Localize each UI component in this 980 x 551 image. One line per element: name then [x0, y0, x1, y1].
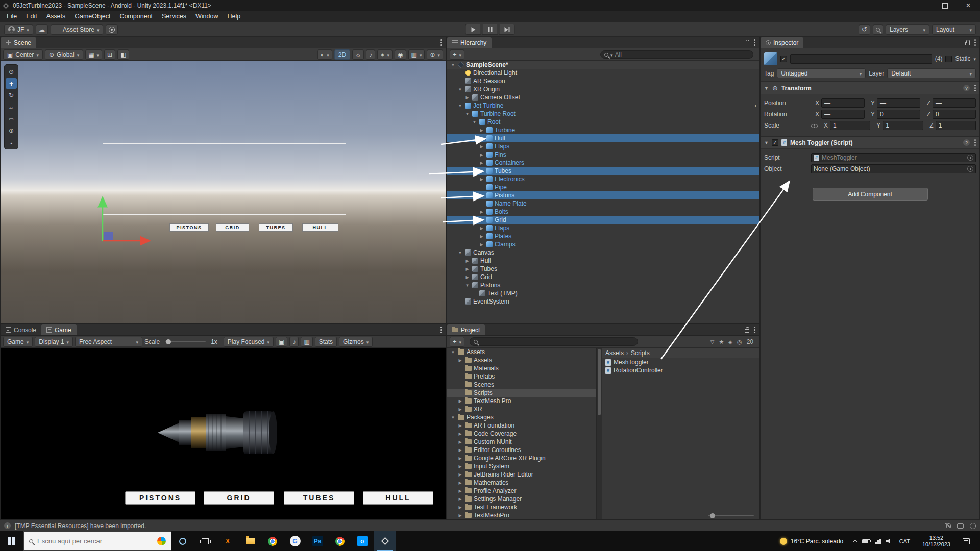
- hierarchy-item[interactable]: ▶ Flaps: [447, 142, 759, 151]
- vscode-icon[interactable]: ‹›: [351, 531, 374, 551]
- hierarchy-item[interactable]: ▼ Jet Turbine: [447, 102, 759, 110]
- expand-arrow-icon[interactable]: ▼: [457, 251, 463, 255]
- project-folder[interactable]: ▶ Assets: [447, 356, 596, 364]
- step-button[interactable]: [499, 24, 515, 35]
- hierarchy-item[interactable]: Text (TMP): [447, 289, 759, 297]
- play-button[interactable]: [465, 24, 481, 35]
- menu-item[interactable]: Component: [115, 11, 157, 22]
- move-gizmo[interactable]: [77, 183, 164, 249]
- position-y-field[interactable]: —: [877, 98, 920, 108]
- hierarchy-item[interactable]: Pipe: [447, 183, 759, 191]
- hierarchy-item[interactable]: ▶ Fins: [447, 151, 759, 159]
- expand-arrow-icon[interactable]: ▶: [457, 464, 463, 469]
- project-folder[interactable]: ▶ JetBrains Rider Editor: [447, 470, 596, 479]
- file-explorer-icon[interactable]: [239, 531, 261, 551]
- hierarchy-item[interactable]: ▼ Root: [447, 118, 759, 126]
- vsync-button[interactable]: [301, 337, 312, 347]
- expand-arrow-icon[interactable]: ▶: [457, 497, 463, 502]
- tag-dropdown[interactable]: Untagged: [777, 68, 866, 78]
- expand-arrow-icon[interactable]: ▶: [479, 177, 484, 182]
- menu-item[interactable]: Services: [157, 11, 191, 22]
- expand-arrow-icon[interactable]: ▼: [450, 350, 456, 355]
- menu-item[interactable]: Edit: [21, 11, 42, 22]
- expand-arrow-icon[interactable]: ▶: [457, 399, 463, 404]
- expand-arrow-icon[interactable]: ▶: [457, 505, 463, 510]
- expand-arrow-icon[interactable]: ▶: [464, 95, 470, 100]
- scene-visibility-button[interactable]: [395, 49, 406, 60]
- hierarchy-item[interactable]: ▶ Camera Offset: [447, 93, 759, 102]
- tab-project[interactable]: Project: [447, 324, 485, 335]
- menu-item[interactable]: Help: [223, 11, 245, 22]
- task-view-icon[interactable]: [194, 531, 216, 551]
- position-z-field[interactable]: —: [933, 98, 976, 108]
- play-focused-dropdown[interactable]: Play Focused: [224, 337, 274, 347]
- RotationController-icon[interactable]: RotationController: [602, 366, 759, 374]
- game-ui-button[interactable]: PISTONS: [125, 491, 195, 505]
- expand-arrow-icon[interactable]: ▶: [479, 226, 484, 231]
- lock-icon[interactable]: [745, 42, 749, 45]
- gizmos-dropdown[interactable]: Gizmos: [339, 337, 373, 347]
- prefab-open-arrow-icon[interactable]: [754, 103, 756, 108]
- game-ui-button[interactable]: GRID: [204, 491, 274, 505]
- status-message[interactable]: [TMP Essential Resources] have been impo…: [15, 522, 146, 530]
- camera-settings-dropdown[interactable]: [408, 49, 425, 60]
- hierarchy-item[interactable]: ▶ Tubes: [447, 167, 759, 175]
- lock-icon[interactable]: [745, 329, 749, 333]
- network-icon[interactable]: [875, 539, 881, 544]
- expand-arrow-icon[interactable]: ▶: [457, 448, 463, 453]
- rotation-y-field[interactable]: 0: [877, 110, 920, 119]
- panel-menu-icon[interactable]: [754, 42, 755, 43]
- hierarchy-item[interactable]: ▶ Plates: [447, 232, 759, 240]
- rotation-x-field[interactable]: —: [821, 110, 865, 119]
- expand-arrow-icon[interactable]: ▶: [457, 489, 463, 493]
- expand-arrow-icon[interactable]: ▶: [479, 153, 484, 157]
- expand-arrow-icon[interactable]: ▶: [457, 513, 463, 518]
- scale-y-field[interactable]: 1: [883, 121, 923, 130]
- expand-arrow-icon[interactable]: ▶: [457, 481, 463, 485]
- tab-inspector[interactable]: Inspector: [761, 37, 803, 48]
- project-folder[interactable]: ▶ TextMesh Pro: [447, 397, 596, 405]
- project-folder[interactable]: ▶ Google ARCore XR Plugin: [447, 454, 596, 462]
- project-folder[interactable]: ▶ XR: [447, 405, 596, 413]
- MeshToggler-icon[interactable]: MeshToggler: [602, 358, 759, 366]
- expand-arrow-icon[interactable]: ▶: [457, 472, 463, 477]
- project-search-input[interactable]: [470, 337, 638, 346]
- toggle-2d-button[interactable]: 2D: [334, 49, 350, 60]
- object-picker-icon[interactable]: [967, 155, 973, 161]
- breadcrumb-current[interactable]: Scripts: [631, 349, 650, 357]
- game-ui-button[interactable]: HULL: [363, 491, 433, 505]
- object-picker-icon[interactable]: [967, 166, 973, 172]
- expand-arrow-icon[interactable]: ▼: [450, 63, 456, 67]
- project-folder[interactable]: Prefabs: [447, 372, 596, 381]
- display-dropdown[interactable]: Display 1: [35, 337, 73, 347]
- constrain-proportions-icon[interactable]: [811, 122, 818, 129]
- component-menu-icon[interactable]: [974, 142, 976, 143]
- menu-item[interactable]: File: [2, 11, 21, 22]
- transform-tool-button[interactable]: [6, 125, 17, 136]
- rotation-z-field[interactable]: 0: [933, 110, 976, 119]
- expand-arrow-icon[interactable]: ▶: [457, 407, 463, 412]
- tab-game[interactable]: Game: [41, 324, 77, 335]
- scene-lighting-button[interactable]: [352, 49, 364, 60]
- expand-arrow-icon[interactable]: ▼: [450, 415, 456, 420]
- account-dropdown[interactable]: JF: [4, 24, 33, 35]
- panel-menu-icon[interactable]: [974, 42, 976, 43]
- hierarchy-item[interactable]: ▶ Turbine: [447, 126, 759, 134]
- hierarchy-item[interactable]: ▼ Turbine Root: [447, 110, 759, 118]
- photoshop-icon[interactable]: Ps: [306, 531, 329, 551]
- weather-widget[interactable]: 16°C Parc. soleado: [774, 538, 850, 545]
- expand-arrow-icon[interactable]: ▶: [457, 423, 463, 428]
- hierarchy-item[interactable]: ▶ Clamps: [447, 240, 759, 248]
- app-orange-x-icon[interactable]: X: [216, 531, 239, 551]
- taskbar-search[interactable]: [23, 531, 172, 551]
- project-folder[interactable]: ▶ Test Framework: [447, 503, 596, 511]
- component-menu-icon[interactable]: [974, 87, 976, 89]
- tray-expand-icon[interactable]: [853, 539, 858, 544]
- menu-item[interactable]: Window: [191, 11, 223, 22]
- layers-dropdown[interactable]: Layers: [886, 24, 929, 35]
- project-folder[interactable]: ▶ Input System: [447, 462, 596, 470]
- hierarchy-item[interactable]: ▶ Hull: [447, 257, 759, 265]
- unity-editor-icon[interactable]: [374, 531, 396, 551]
- expand-arrow-icon[interactable]: ▶: [479, 210, 484, 214]
- tab-hierarchy[interactable]: Hierarchy: [447, 37, 492, 48]
